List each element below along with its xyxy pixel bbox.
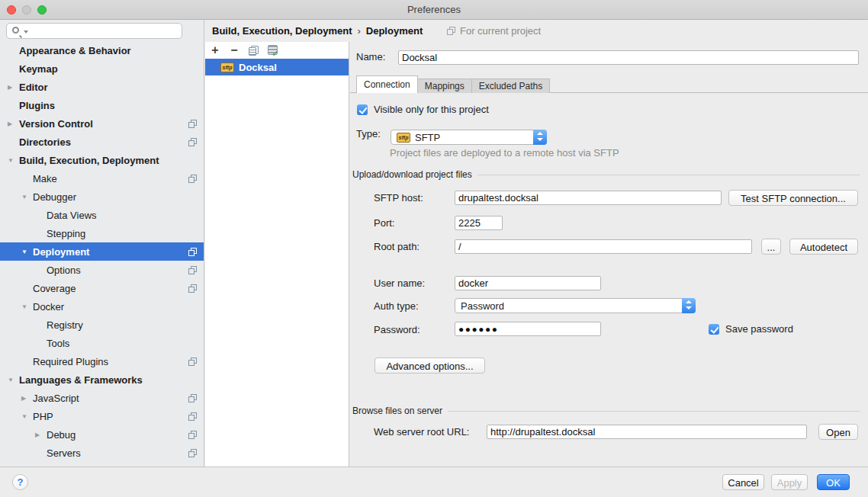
sidebar-item-javascript[interactable]: ▶JavaScript — [0, 389, 204, 407]
footer: ? Cancel Apply OK — [0, 467, 868, 497]
auth-type-select[interactable]: Password — [455, 298, 696, 313]
apply-button[interactable]: Apply — [771, 474, 808, 490]
chevron-right-icon: ▶ — [6, 120, 19, 127]
window-controls — [7, 5, 47, 14]
breadcrumb-separator-icon: › — [352, 25, 365, 37]
sidebar-item-version-control[interactable]: ▶Version Control — [0, 114, 204, 133]
search-options-caret-icon[interactable] — [24, 30, 28, 34]
sidebar-item-debug[interactable]: ▶Debug — [0, 425, 204, 444]
root-path-input[interactable] — [455, 239, 752, 254]
sidebar-item-label: Appearance & Behavior — [19, 45, 131, 56]
sidebar-item-registry[interactable]: Registry — [0, 316, 204, 334]
sidebar-item-label: Deployment — [33, 246, 89, 258]
help-button[interactable]: ? — [12, 474, 28, 490]
sidebar-item-label: Docker — [33, 301, 64, 313]
port-label: Port: — [374, 216, 394, 231]
sidebar-item-data-views[interactable]: Data Views — [0, 206, 204, 224]
titlebar: Preferences — [0, 0, 868, 20]
sidebar-item-plugins[interactable]: Plugins — [0, 96, 204, 114]
chevron-down-icon: ▼ — [20, 248, 33, 255]
use-as-default-icon — [267, 45, 278, 56]
project-scope-icon — [447, 27, 455, 35]
sidebar-item-coverage[interactable]: Coverage — [0, 279, 204, 297]
port-input[interactable] — [455, 216, 503, 230]
sidebar-item-languages-frameworks[interactable]: ▼Languages & Frameworks — [0, 370, 204, 389]
sidebar-item-label: Make — [33, 173, 57, 184]
browse-root-path-button[interactable]: ... — [761, 239, 781, 255]
sidebar-item-stepping[interactable]: Stepping — [0, 224, 204, 242]
save-password-checkbox[interactable] — [709, 324, 719, 335]
zoom-window-button[interactable] — [37, 5, 47, 14]
sidebar-item-appearance-behavior[interactable]: Appearance & Behavior — [0, 41, 204, 59]
project-level-icon — [188, 138, 197, 146]
browse-section-header: Browse files on server — [352, 406, 860, 416]
chevron-down-icon: ▼ — [6, 157, 19, 164]
breadcrumb-parent[interactable]: Build, Execution, Deployment — [212, 25, 352, 37]
chevron-right-icon: ▶ — [20, 395, 33, 402]
sidebar-item-tools[interactable]: Tools — [0, 334, 204, 352]
name-input[interactable] — [398, 50, 859, 65]
open-button[interactable]: Open — [818, 424, 858, 440]
project-level-icon — [188, 394, 197, 402]
toolbar-copy-icon[interactable] — [246, 43, 261, 58]
user-name-input[interactable] — [455, 276, 601, 290]
window-title: Preferences — [0, 0, 868, 19]
sidebar-item-docker[interactable]: ▼Docker — [0, 297, 204, 316]
close-window-button[interactable] — [7, 5, 16, 14]
web-root-input[interactable] — [487, 425, 807, 439]
tab-mappings[interactable]: Mappings — [417, 79, 472, 93]
visible-only-label: Visible only for this project — [374, 104, 489, 115]
remove-icon: − — [230, 43, 237, 57]
sftp-icon: sftp — [220, 63, 234, 72]
toolbar-remove-icon[interactable]: − — [227, 43, 242, 58]
tab-excluded-paths[interactable]: Excluded Paths — [471, 79, 550, 93]
project-level-icon — [188, 120, 197, 128]
toolbar-add-icon[interactable]: + — [207, 43, 223, 58]
sidebar-item-php[interactable]: ▼PHP — [0, 407, 204, 425]
user-name-label: User name: — [374, 276, 425, 291]
sidebar-item-label: Keymap — [19, 63, 58, 75]
tab-connection[interactable]: Connection — [356, 75, 418, 93]
type-select[interactable]: sftp SFTP — [391, 130, 547, 145]
type-hint: Project files are deployed to a remote h… — [390, 147, 619, 159]
sidebar-item-label: Options — [47, 265, 81, 276]
sidebar-item-options[interactable]: Options — [0, 261, 204, 279]
sidebar-item-build-execution-deployment[interactable]: ▼Build, Execution, Deployment — [0, 151, 204, 169]
sidebar-item-label: Build, Execution, Deployment — [19, 155, 159, 166]
sidebar-item-make[interactable]: Make — [0, 169, 204, 188]
project-level-icon — [188, 431, 197, 439]
select-stepper-icon — [533, 130, 547, 145]
sftp-host-input[interactable] — [455, 191, 722, 205]
ok-button[interactable]: OK — [817, 474, 850, 490]
visible-only-checkbox[interactable] — [357, 104, 368, 115]
search-icon — [12, 27, 19, 34]
upload-section-title: Upload/download project files — [352, 169, 472, 180]
server-list-toolbar: +− — [205, 42, 349, 59]
sidebar-item-keymap[interactable]: Keymap — [0, 59, 204, 78]
cancel-button[interactable]: Cancel — [722, 474, 764, 490]
sidebar-item-required-plugins[interactable]: Required Plugins — [0, 352, 204, 370]
scope-label: For current project — [460, 25, 541, 37]
settings-search-input[interactable] — [6, 23, 182, 39]
sidebar-item-servers[interactable]: Servers — [0, 444, 204, 462]
sidebar-item-editor[interactable]: ▶Editor — [0, 78, 204, 96]
password-input[interactable] — [455, 322, 601, 336]
browse-section-title: Browse files on server — [352, 406, 442, 416]
toolbar-use-as-default-icon[interactable] — [265, 43, 280, 58]
autodetect-button[interactable]: Autodetect — [789, 239, 858, 255]
chevron-down-icon: ▼ — [20, 194, 33, 200]
upload-section-header: Upload/download project files — [352, 169, 860, 180]
copy-icon — [249, 46, 259, 56]
advanced-options-button[interactable]: Advanced options... — [375, 358, 485, 374]
sidebar-item-directories[interactable]: Directories — [0, 133, 204, 151]
sidebar-item-label: Debugger — [33, 191, 76, 203]
sidebar-item-deployment[interactable]: ▼Deployment — [0, 242, 204, 261]
add-icon: + — [211, 43, 218, 57]
server-item-docksal[interactable]: sftpDocksal — [205, 59, 349, 75]
sidebar-item-label: Required Plugins — [33, 356, 108, 367]
project-level-icon — [188, 266, 197, 274]
sidebar-item-label: Coverage — [33, 283, 76, 294]
type-select-value: SFTP — [415, 132, 440, 143]
sidebar-item-debugger[interactable]: ▼Debugger — [0, 188, 204, 206]
test-sftp-connection-button[interactable]: Test SFTP connection... — [728, 190, 858, 206]
